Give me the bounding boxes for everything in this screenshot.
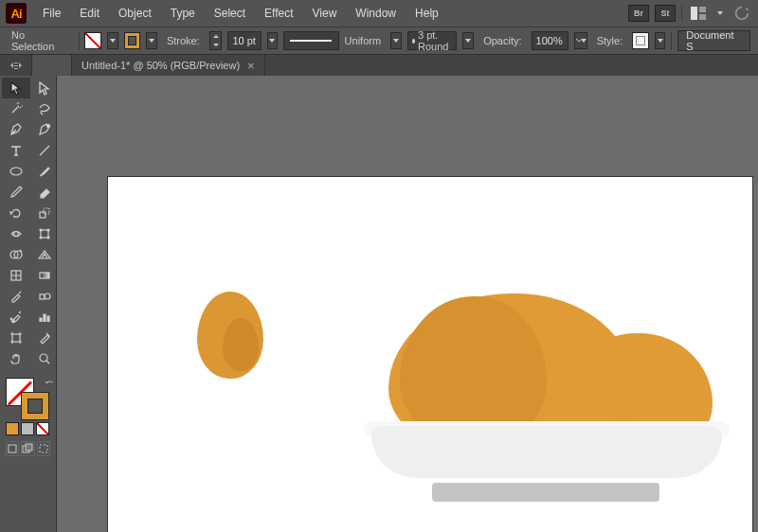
gradient-tool[interactable] xyxy=(30,265,59,286)
document-tab-title: Untitled-1* @ 50% (RGB/Preview) xyxy=(81,60,240,71)
fill-dropdown[interactable] xyxy=(107,32,118,49)
eyedropper-tool[interactable] xyxy=(2,286,30,307)
svg-rect-5 xyxy=(40,212,45,218)
svg-rect-22 xyxy=(9,445,16,452)
selection-status: No Selection xyxy=(8,29,73,52)
paintbrush-tool[interactable] xyxy=(30,161,59,182)
pencil-tool[interactable] xyxy=(2,182,30,203)
svg-point-18 xyxy=(10,318,12,320)
svg-point-8 xyxy=(40,229,42,231)
column-graph-tool[interactable] xyxy=(30,307,59,328)
document-setup-button[interactable]: Document S xyxy=(677,30,750,51)
menu-file[interactable]: File xyxy=(34,3,69,24)
control-bar: No Selection Stroke: 10 pt Uniform 3 pt.… xyxy=(0,27,758,55)
stroke-weight-field[interactable]: 10 pt xyxy=(227,31,261,50)
artwork-bowl-group[interactable] xyxy=(371,289,741,525)
stock-icon[interactable]: St xyxy=(655,5,676,22)
profile-dropdown[interactable] xyxy=(390,32,402,49)
brush-size-text: 3 pt. Round xyxy=(418,29,452,52)
svg-point-9 xyxy=(47,229,49,231)
menu-window[interactable]: Window xyxy=(347,3,405,24)
slice-tool[interactable] xyxy=(30,328,59,348)
menu-edit[interactable]: Edit xyxy=(71,3,108,24)
eraser-tool[interactable] xyxy=(30,182,59,203)
fill-swatch[interactable] xyxy=(84,32,101,49)
style-dropdown[interactable] xyxy=(655,32,666,49)
direct-selection-tool[interactable] xyxy=(30,78,59,98)
app-logo-icon: Ai xyxy=(6,3,27,24)
stroke-weight-stepper[interactable] xyxy=(209,31,223,50)
svg-point-10 xyxy=(40,237,42,239)
canvas-area[interactable] xyxy=(57,76,758,532)
shape-builder-tool[interactable] xyxy=(2,244,30,265)
document-tab[interactable]: Untitled-1* @ 50% (RGB/Preview) × xyxy=(72,55,265,76)
artboard-tool[interactable] xyxy=(2,328,30,348)
close-tab-icon[interactable]: × xyxy=(247,60,255,72)
free-transform-tool[interactable] xyxy=(30,223,59,244)
svg-point-3 xyxy=(47,125,50,128)
svg-rect-0 xyxy=(691,7,697,20)
stroke-dropdown[interactable] xyxy=(146,32,157,49)
brush-dropdown[interactable] xyxy=(462,32,474,49)
svg-rect-1 xyxy=(699,7,706,12)
menu-effect[interactable]: Effect xyxy=(256,3,301,24)
scale-tool[interactable] xyxy=(30,203,59,223)
bridge-icon[interactable]: Br xyxy=(628,5,649,22)
style-label: Style: xyxy=(593,35,627,46)
svg-rect-24 xyxy=(26,444,32,451)
artwork-potato-small[interactable] xyxy=(197,292,265,381)
stroke-swatch[interactable] xyxy=(124,32,141,49)
line-segment-tool[interactable] xyxy=(30,140,59,161)
selection-tool[interactable] xyxy=(2,78,30,98)
blend-tool[interactable] xyxy=(30,286,59,307)
menu-view[interactable]: View xyxy=(304,3,346,24)
collapse-panels-icon[interactable] xyxy=(0,55,32,76)
perspective-grid-tool[interactable] xyxy=(30,244,59,265)
magic-wand-tool[interactable] xyxy=(2,98,30,119)
svg-point-17 xyxy=(45,293,50,299)
sync-settings-icon[interactable] xyxy=(731,4,752,23)
artboard[interactable] xyxy=(108,177,752,532)
brush-definition[interactable]: 3 pt. Round xyxy=(407,31,458,50)
color-swatch-1[interactable] xyxy=(6,422,19,435)
symbol-sprayer-tool[interactable] xyxy=(2,307,30,328)
svg-rect-7 xyxy=(41,230,48,238)
curvature-tool[interactable] xyxy=(30,119,59,140)
width-tool[interactable] xyxy=(2,223,30,244)
color-swatch-none[interactable] xyxy=(36,422,49,435)
menu-bar: Ai File Edit Object Type Select Effect V… xyxy=(0,0,758,27)
color-swatch-2[interactable] xyxy=(21,422,34,435)
stroke-weight-dropdown[interactable] xyxy=(267,32,279,49)
menu-help[interactable]: Help xyxy=(406,3,447,24)
graphic-style-swatch[interactable] xyxy=(632,32,649,49)
rotate-tool[interactable] xyxy=(2,203,30,223)
fill-stroke-indicator[interactable]: ⤺ xyxy=(0,375,57,418)
draw-behind-icon[interactable] xyxy=(21,441,34,456)
draw-normal-icon[interactable] xyxy=(6,441,19,456)
document-tab-bar: Untitled-1* @ 50% (RGB/Preview) × xyxy=(0,55,758,76)
draw-inside-icon[interactable] xyxy=(37,441,50,456)
type-tool[interactable] xyxy=(2,140,30,161)
svg-rect-25 xyxy=(40,445,47,452)
menu-object[interactable]: Object xyxy=(110,3,160,24)
svg-point-19 xyxy=(12,321,14,323)
menu-select[interactable]: Select xyxy=(206,3,254,24)
variable-width-profile[interactable] xyxy=(283,31,338,50)
opacity-dropdown[interactable] xyxy=(574,32,587,49)
arrange-documents-icon[interactable] xyxy=(688,5,709,22)
tools-panel: ⤺ xyxy=(0,76,57,532)
svg-point-4 xyxy=(10,168,22,175)
opacity-field[interactable]: 100% xyxy=(532,31,568,50)
mesh-tool[interactable] xyxy=(2,265,30,286)
ellipse-tool[interactable] xyxy=(2,161,30,182)
hand-tool[interactable] xyxy=(2,348,30,369)
svg-rect-20 xyxy=(12,334,20,342)
menu-type[interactable]: Type xyxy=(162,3,204,24)
swap-fill-stroke-icon[interactable]: ⤺ xyxy=(45,377,53,387)
pen-tool[interactable] xyxy=(2,119,30,140)
stroke-color-icon[interactable] xyxy=(21,392,49,420)
lasso-tool[interactable] xyxy=(30,98,59,119)
draw-mode-row xyxy=(0,439,56,458)
zoom-tool[interactable] xyxy=(30,348,59,369)
arrange-dropdown[interactable] xyxy=(714,5,726,22)
